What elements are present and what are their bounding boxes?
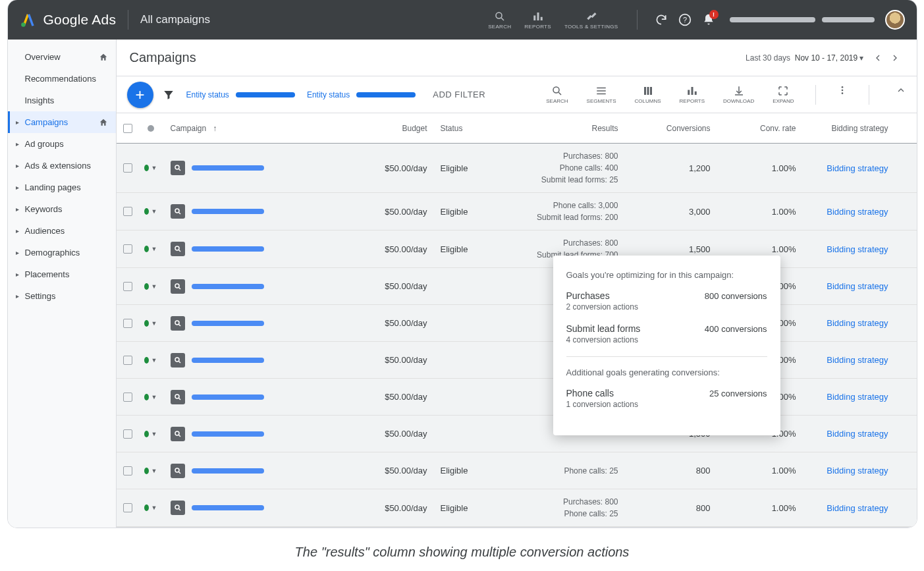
row-checkbox[interactable] (123, 356, 132, 365)
results-cell[interactable]: Phone calls: 3,000Submit lead forms: 200 (493, 193, 625, 230)
col-campaign[interactable]: Campaign↑ (164, 124, 375, 133)
tooltip-goal-value: 400 conversions (705, 324, 767, 334)
campaign-cell[interactable] (164, 273, 375, 300)
toolbar-columns[interactable]: COLUMNS (635, 85, 661, 104)
refresh-icon[interactable] (655, 13, 668, 26)
col-convrate[interactable]: Conv. rate (717, 124, 803, 133)
campaign-cell[interactable] (164, 346, 375, 374)
campaign-cell[interactable] (164, 457, 375, 485)
date-prev[interactable] (869, 49, 886, 67)
sidebar-item-overview[interactable]: Overview (8, 46, 116, 68)
sidebar-item-audiences[interactable]: ▸Audiences (8, 220, 116, 242)
row-checkbox[interactable] (123, 503, 132, 512)
sidebar-item-keywords[interactable]: ▸Keywords (8, 198, 116, 220)
campaign-cell[interactable] (164, 235, 375, 263)
bidding-strategy-link[interactable]: Bidding strategy (803, 348, 895, 371)
filter-icon[interactable] (163, 89, 175, 101)
results-cell[interactable]: Purchases: 800Phone calls: 25 (493, 489, 625, 526)
toolbar-segments[interactable]: SEGMENTS (587, 85, 616, 104)
campaign-cell[interactable] (164, 494, 375, 522)
filter-chip-label[interactable]: Entity status (186, 90, 229, 99)
collapse-chart[interactable] (896, 85, 906, 95)
svg-line-2 (501, 18, 504, 20)
product-logo[interactable]: Google Ads (20, 11, 117, 28)
row-checkbox[interactable] (123, 319, 132, 328)
more-menu[interactable] (837, 85, 848, 95)
bidding-strategy-link[interactable]: Bidding strategy (803, 275, 895, 298)
avatar[interactable] (885, 10, 905, 30)
scope-title[interactable]: All campaigns (140, 13, 210, 26)
row-checkbox[interactable] (123, 282, 132, 291)
row-status[interactable]: ▼ (138, 498, 164, 518)
bidding-strategy-link[interactable]: Bidding strategy (803, 459, 895, 482)
date-range-picker[interactable]: Last 30 days Nov 10 - 17, 2019 ▾ (746, 53, 863, 63)
campaign-cell[interactable] (164, 198, 375, 225)
row-status[interactable]: ▼ (138, 202, 164, 221)
top-reports[interactable]: REPORTS (524, 11, 551, 30)
tooltip-goal-sub: 1 conversion actions (566, 400, 767, 409)
row-status[interactable]: ▼ (138, 313, 164, 333)
col-budget[interactable]: Budget (375, 124, 434, 133)
date-next[interactable] (886, 49, 904, 67)
results-cell[interactable]: Purchases: 800Phone calls: 400Submit lea… (493, 144, 625, 192)
sidebar-item-settings[interactable]: ▸Settings (8, 285, 116, 307)
svg-rect-17 (691, 87, 693, 95)
campaign-cell[interactable] (164, 383, 375, 411)
toolbar-expand[interactable]: EXPAND (773, 85, 794, 104)
bidding-strategy-link[interactable]: Bidding strategy (803, 497, 895, 520)
sidebar-item-demographics[interactable]: ▸Demographics (8, 242, 116, 263)
sidebar-item-recommendations[interactable]: Recommendations (8, 68, 116, 90)
results-cell[interactable]: Phone calls: 25 (493, 458, 625, 483)
sidebar-item-ads-extensions[interactable]: ▸Ads & extensions (8, 155, 116, 177)
row-status[interactable]: ▼ (138, 158, 164, 178)
sidebar-item-ad-groups[interactable]: ▸Ad groups (8, 133, 116, 155)
row-checkbox[interactable] (123, 207, 132, 216)
row-status[interactable]: ▼ (138, 350, 164, 370)
row-status[interactable]: ▼ (138, 461, 164, 481)
add-filter-button[interactable]: ADD FILTER (433, 90, 485, 99)
campaign-cell[interactable] (164, 310, 375, 337)
row-status[interactable]: ▼ (138, 239, 164, 259)
filter-chip-label[interactable]: Entity status (307, 90, 350, 99)
campaign-cell[interactable] (164, 420, 375, 448)
row-checkbox[interactable] (123, 429, 132, 439)
row-checkbox[interactable] (123, 466, 132, 476)
col-strategy[interactable]: Bidding strategy (803, 124, 895, 133)
bidding-strategy-link[interactable]: Bidding strategy (803, 238, 895, 261)
svg-point-36 (175, 431, 179, 435)
notifications-icon[interactable]: ! (702, 13, 715, 26)
row-checkbox[interactable] (123, 163, 132, 173)
help-icon[interactable]: ? (678, 13, 692, 26)
home-icon (99, 53, 108, 62)
status-cell (434, 354, 493, 367)
bidding-strategy-link[interactable]: Bidding strategy (803, 312, 895, 335)
tooltip-goal-value: 800 conversions (705, 291, 767, 301)
row-status[interactable]: ▼ (138, 424, 164, 444)
add-campaign-button[interactable]: + (127, 82, 153, 108)
row-status[interactable]: ▼ (138, 277, 164, 296)
svg-point-1 (496, 13, 502, 18)
select-all-checkbox[interactable] (123, 124, 132, 133)
sidebar-item-landing-pages[interactable]: ▸Landing pages (8, 177, 116, 198)
toolbar-reports[interactable]: REPORTS (680, 85, 705, 104)
row-checkbox[interactable] (123, 244, 132, 254)
bidding-strategy-link[interactable]: Bidding strategy (803, 385, 895, 408)
col-results[interactable]: Results (493, 124, 625, 133)
sidebar-item-insights[interactable]: Insights (8, 90, 116, 111)
col-conversions[interactable]: Conversions (625, 124, 717, 133)
bidding-strategy-link[interactable]: Bidding strategy (803, 157, 895, 180)
toolbar-search[interactable]: SEARCH (546, 85, 568, 104)
sidebar-item-placements[interactable]: ▸Placements (8, 263, 116, 285)
tooltip-goal-sub: 4 conversion actions (566, 335, 767, 344)
col-status[interactable]: Status (434, 124, 493, 133)
toolbar-download[interactable]: DOWNLOAD (723, 85, 754, 104)
top-search[interactable]: SEARCH (488, 11, 511, 30)
chevron-down-icon: ▼ (151, 283, 157, 290)
top-tools[interactable]: TOOLS & SETTINGS (564, 11, 618, 30)
bidding-strategy-link[interactable]: Bidding strategy (803, 422, 895, 445)
sidebar-item-campaigns[interactable]: ▸Campaigns (8, 111, 116, 133)
row-status[interactable]: ▼ (138, 387, 164, 407)
campaign-cell[interactable] (164, 154, 375, 182)
bidding-strategy-link[interactable]: Bidding strategy (803, 200, 895, 223)
row-checkbox[interactable] (123, 393, 132, 402)
